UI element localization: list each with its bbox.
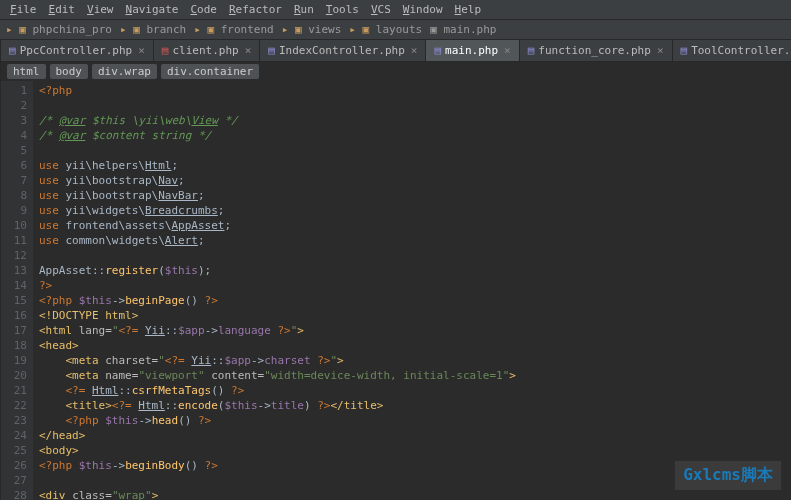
breadcrumb-item[interactable]: ▸ ▣ views [282, 23, 342, 36]
tab-client.php[interactable]: ▤client.php× [154, 40, 260, 61]
close-icon[interactable]: × [411, 44, 418, 57]
breadcrumb-item[interactable]: ▸ ▣ frontend [194, 23, 273, 36]
tab-ToolController.php[interactable]: ▤ToolController.php× [673, 40, 792, 61]
code-crumbs: htmlbodydiv.wrapdiv.container [1, 62, 791, 81]
menu-edit[interactable]: Edit [43, 1, 82, 18]
close-icon[interactable]: × [245, 44, 252, 57]
menu-vcs[interactable]: VCS [365, 1, 397, 18]
menu-tools[interactable]: Tools [320, 1, 365, 18]
menu-run[interactable]: Run [288, 1, 320, 18]
file-icon: ▤ [681, 44, 688, 57]
file-icon: ▤ [9, 44, 16, 57]
crumb-div.container[interactable]: div.container [161, 64, 259, 79]
close-icon[interactable]: × [504, 44, 511, 57]
menu-code[interactable]: Code [184, 1, 223, 18]
breadcrumb-item[interactable]: ▸ ▣ layouts [349, 23, 422, 36]
editor-tabs: ▤PpcController.php×▤client.php×▤IndexCon… [1, 40, 791, 62]
tab-IndexController.php[interactable]: ▤IndexController.php× [260, 40, 426, 61]
crumb-html[interactable]: html [7, 64, 46, 79]
breadcrumb-item[interactable]: ▸ ▣ phpchina_pro [6, 23, 112, 36]
menu-navigate[interactable]: Navigate [120, 1, 185, 18]
breadcrumb-item[interactable]: ▣ main.php [430, 23, 496, 36]
file-icon: ▤ [434, 44, 441, 57]
menu-view[interactable]: View [81, 1, 120, 18]
gutter: 1234567891011121314151617181920212223242… [1, 81, 33, 500]
breadcrumb-bar: ▸ ▣ phpchina_pro▸ ▣ branch▸ ▣ frontend▸ … [0, 20, 791, 40]
breadcrumb-item[interactable]: ▸ ▣ branch [120, 23, 186, 36]
menu-file[interactable]: File [4, 1, 43, 18]
code-view[interactable]: <?php /* @var $this \yii\web\View */ /* … [33, 81, 791, 500]
close-icon[interactable]: × [138, 44, 145, 57]
tab-function_core.php[interactable]: ▤function_core.php× [520, 40, 673, 61]
watermark: Gxlcms脚本 [675, 461, 781, 490]
crumb-body[interactable]: body [50, 64, 89, 79]
editor: ▤PpcController.php×▤client.php×▤IndexCon… [1, 40, 791, 500]
menubar: FileEditViewNavigateCodeRefactorRunTools… [0, 0, 791, 20]
menu-help[interactable]: Help [449, 1, 488, 18]
crumb-div.wrap[interactable]: div.wrap [92, 64, 157, 79]
file-icon: ▤ [162, 44, 169, 57]
menu-refactor[interactable]: Refactor [223, 1, 288, 18]
tab-PpcController.php[interactable]: ▤PpcController.php× [1, 40, 154, 61]
file-icon: ▤ [268, 44, 275, 57]
file-icon: ▤ [528, 44, 535, 57]
tab-main.php[interactable]: ▤main.php× [426, 40, 519, 61]
menu-window[interactable]: Window [397, 1, 449, 18]
close-icon[interactable]: × [657, 44, 664, 57]
